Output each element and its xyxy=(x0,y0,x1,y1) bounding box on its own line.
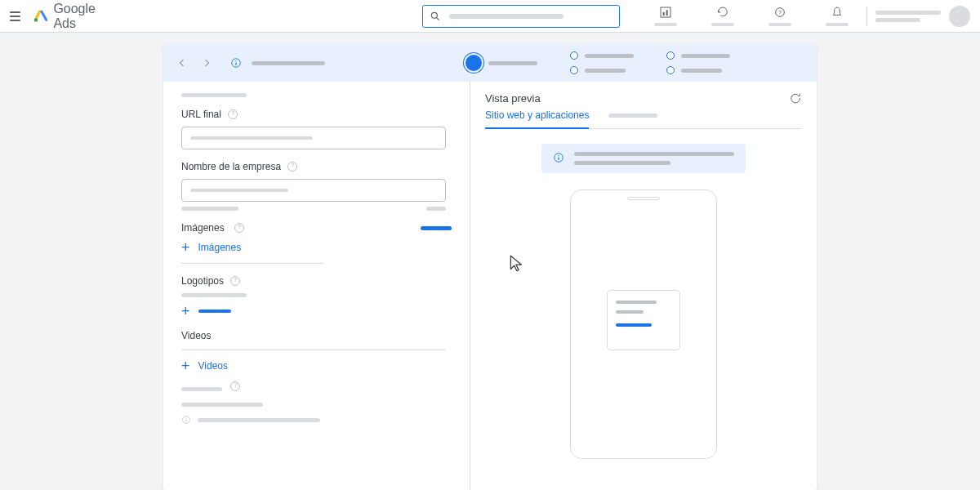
section-final-url: URL final xyxy=(181,109,452,149)
svg-line-2 xyxy=(436,17,439,20)
top-bar: Google Ads ? xyxy=(0,0,980,33)
step-item[interactable] xyxy=(666,51,675,60)
step-current[interactable] xyxy=(466,55,482,71)
help-icon[interactable] xyxy=(230,381,240,391)
plus-icon: + xyxy=(181,240,190,255)
main-area: URL final Nombre de la empresa xyxy=(0,33,980,490)
section-videos: Videos + Videos xyxy=(181,330,452,425)
add-images-label: Imágenes xyxy=(198,242,242,253)
add-videos-label: Videos xyxy=(198,360,228,372)
section-placeholder xyxy=(181,93,247,97)
videos-label: Videos xyxy=(181,330,211,341)
ad-card xyxy=(607,290,680,350)
help-icon[interactable] xyxy=(228,109,238,119)
reports-icon[interactable] xyxy=(649,6,682,26)
tab-web-apps[interactable]: Sitio web y aplicaciones xyxy=(485,109,589,129)
section-images: Imágenes + Imágenes xyxy=(181,222,452,264)
progress-indicator xyxy=(421,226,452,230)
final-url-label: URL final xyxy=(181,109,221,120)
svg-rect-16 xyxy=(558,157,559,160)
company-label: Nombre de la empresa xyxy=(181,161,281,172)
divider xyxy=(181,350,446,350)
svg-rect-10 xyxy=(235,62,236,65)
add-videos-button[interactable]: + Videos xyxy=(181,359,452,373)
section-logos: Logotipos + xyxy=(181,275,452,318)
notifications-icon[interactable] xyxy=(821,6,853,26)
account-line xyxy=(875,11,941,15)
tab-placeholder[interactable] xyxy=(608,109,657,128)
editor-body: URL final Nombre de la empresa xyxy=(163,82,817,490)
add-images-button[interactable]: + Imágenes xyxy=(181,240,452,255)
forward-button[interactable] xyxy=(199,56,214,70)
breadcrumb-placeholder xyxy=(252,61,325,65)
preview-panel: Vista previa Sitio web y aplicaciones xyxy=(470,82,817,490)
help-icon[interactable]: ? xyxy=(764,6,796,26)
divider xyxy=(866,7,867,26)
refresh-icon[interactable] xyxy=(706,6,739,26)
preview-title: Vista previa xyxy=(485,92,541,105)
step-item[interactable] xyxy=(570,66,578,74)
info-icon[interactable] xyxy=(230,57,242,69)
avatar[interactable] xyxy=(949,6,970,27)
add-logos-button[interactable]: + xyxy=(181,304,452,318)
refresh-preview-icon[interactable] xyxy=(789,91,802,105)
svg-point-15 xyxy=(558,155,559,156)
editor-card: URL final Nombre de la empresa xyxy=(163,44,817,490)
help-icon[interactable] xyxy=(287,162,297,172)
divider xyxy=(181,263,324,264)
stepper-bar xyxy=(163,44,817,82)
search-icon xyxy=(430,11,441,22)
cursor-icon xyxy=(507,253,528,274)
plus-icon: + xyxy=(181,359,190,373)
svg-rect-4 xyxy=(663,12,665,16)
svg-point-1 xyxy=(431,12,437,18)
svg-rect-3 xyxy=(661,7,670,17)
svg-point-9 xyxy=(235,60,236,61)
step-item[interactable] xyxy=(570,51,578,60)
help-icon[interactable] xyxy=(230,276,240,286)
search-input[interactable] xyxy=(422,5,620,28)
stepper xyxy=(466,51,730,74)
product-logo[interactable]: Google Ads xyxy=(33,2,98,31)
step-item[interactable] xyxy=(666,66,675,74)
help-icon[interactable] xyxy=(234,223,244,233)
company-input[interactable] xyxy=(181,179,446,202)
svg-point-12 xyxy=(186,418,187,419)
phone-preview xyxy=(570,189,717,459)
section-company: Nombre de la empresa xyxy=(181,161,452,211)
menu-icon[interactable] xyxy=(10,11,20,21)
logos-label: Logotipos xyxy=(181,275,224,287)
preview-info-banner xyxy=(541,144,746,173)
back-button[interactable] xyxy=(175,56,189,70)
ads-logo-icon xyxy=(33,9,48,24)
top-tools: ? xyxy=(649,6,853,26)
info-icon xyxy=(181,415,191,425)
svg-rect-13 xyxy=(186,420,187,422)
images-label: Imágenes xyxy=(181,222,225,234)
plus-icon: + xyxy=(181,304,190,318)
final-url-input[interactable] xyxy=(181,127,446,149)
form-panel: URL final Nombre de la empresa xyxy=(163,82,470,490)
brand-text: Google Ads xyxy=(53,2,98,31)
phone-speaker xyxy=(627,197,660,200)
svg-point-0 xyxy=(34,18,38,22)
search-placeholder xyxy=(449,14,564,19)
svg-text:?: ? xyxy=(778,10,782,16)
preview-tabs: Sitio web y aplicaciones xyxy=(485,109,802,129)
svg-rect-5 xyxy=(666,10,668,16)
account-line xyxy=(875,18,920,22)
info-icon xyxy=(553,152,564,163)
